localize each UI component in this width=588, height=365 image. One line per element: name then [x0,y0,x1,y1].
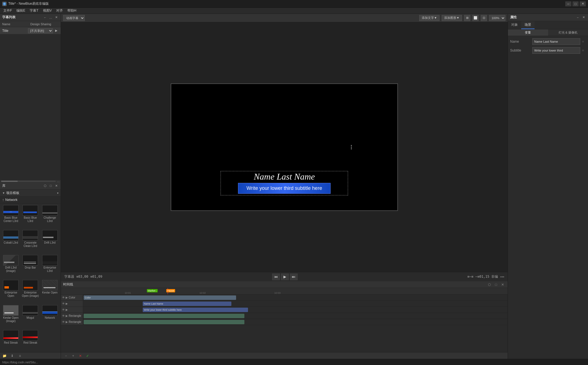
minimize-button[interactable]: ─ [565,1,571,6]
skip-forward-button[interactable]: ⏭ [290,274,298,280]
template-enterprise-open[interactable]: Enterprise Open [2,280,20,304]
grid-icon[interactable]: ⊞ [464,15,470,21]
template-label-enterprise-open: Enterprise Open [2,291,20,298]
prop-input-subtitle[interactable] [532,47,580,54]
add-text-button[interactable]: 添加文字▼ [419,15,439,21]
template-challenge[interactable]: Challenge L3rd [41,205,59,229]
right-panel-icon1[interactable]: ← [576,15,580,20]
timeline-minus-btn[interactable]: − [63,353,69,358]
template-thumb-basic-blue [22,205,38,216]
template-enterprise-open-image[interactable]: Enterprise Open (image) [21,280,39,304]
timeline-icon1[interactable]: ⬡ [487,282,492,287]
subtitle-list-icon1[interactable]: ← [43,15,47,20]
track-eye-icon3[interactable]: 👁 [62,308,65,311]
track-row-color: 👁 ▶ Color Color [61,295,508,301]
template-thumb-kevlar-open-image [3,305,19,316]
subtitle-list-scrollbar[interactable]: … [0,180,61,182]
library-list-icon[interactable]: ≡ [17,353,23,358]
design-select[interactable]: [不共享的] [28,28,53,33]
timeline-add-btn[interactable]: + [70,353,76,358]
pause-tag[interactable]: Pause [166,289,175,292]
timeline-icon2[interactable]: □ [493,282,499,287]
safe-zone-icon[interactable]: ⬜ [472,15,479,21]
template-basic-blue[interactable]: Basic Blue L3rd [21,205,39,229]
timeline-extra-dots[interactable]: ••• [500,275,504,279]
template-label-red-streak-2: Red Streak [23,341,37,344]
clip-rect2[interactable] [84,320,244,324]
subtitle-list-icon2[interactable]: … [48,15,53,20]
add-shape-label: 添加图形▼ [444,16,459,20]
track-arrow-icon[interactable]: ▶ [66,296,68,299]
library-close[interactable]: ✕ [54,183,58,188]
menu-view[interactable]: 视图V [41,8,54,14]
template-section-header[interactable]: ▼ 项目模板 ▾ [0,190,61,197]
library-import-icon[interactable]: ⬇ [9,353,15,358]
right-panel-icon2[interactable]: ✕ [581,15,586,20]
track-eye-icon5[interactable]: 👁 [62,320,65,323]
clip-name-text[interactable]: Name Last Name [143,302,231,306]
scrollbar-track [1,181,56,182]
track-name-color: Color [69,296,75,299]
skip-back-button[interactable]: ⏮ [272,274,280,280]
library-folder-icon[interactable]: 📁 [2,353,7,358]
track-arrow-icon3[interactable]: ▶ [66,308,68,311]
overlay-icon[interactable]: ⊡ [481,15,487,21]
template-drift-image[interactable]: Drift L3rd (image) [2,255,20,279]
zoom-select[interactable]: 100% [489,15,505,21]
template-cobalt[interactable]: Cobalt L3rd [2,230,20,254]
subtitle-list-row[interactable]: Title [不共享的] ▶ [0,27,61,34]
menu-subtitle[interactable]: 字幕T [27,8,40,14]
template-basic-blue-center[interactable]: ___ Basic Blue Center L3rd [2,205,20,229]
menu-align[interactable]: 对齐 [54,8,65,14]
add-shape-button[interactable]: 添加图形▼ [442,15,462,21]
clip-color[interactable]: Color [84,295,236,300]
clip-rect1[interactable] [84,314,244,318]
play-button[interactable]: ▶ [281,274,289,280]
template-mogul[interactable]: Mogul [21,305,39,329]
close-button[interactable]: ✕ [580,1,586,6]
track-eye-icon2[interactable]: 👁 [62,302,65,305]
template-red-streak-1[interactable]: Red Streak [2,330,20,351]
tab-scene[interactable]: 场景 [521,21,535,29]
template-corporate-clean[interactable]: Corporate Clean L3rd [21,230,39,254]
sub-tab-variables[interactable]: 变量 [508,29,548,36]
subtitle-list-close[interactable]: ✕ [54,15,58,20]
timeline-header: 时间线 ⬡ □ ✕ [61,281,508,288]
template-drop-bar[interactable]: Drop Bar [21,255,39,279]
template-thumb-drift-image [3,255,19,266]
subtitle-play-btn[interactable]: ▶ [54,29,58,33]
template-kevlar-open[interactable]: Kevlar Open [41,280,59,304]
template-network[interactable]: Network [41,305,59,329]
track-arrow-icon5[interactable]: ▶ [66,320,68,323]
template-enterprise[interactable]: Enterprise L3rd [41,255,59,279]
main-layout: 字幕列表 ← … ✕ Name Design Sharing Title [不共… [0,14,588,359]
drop-bar-decor [24,262,36,262]
menu-file[interactable]: 文件F [1,8,14,14]
track-eye-icon4[interactable]: 👁 [62,314,65,317]
sub-tab-lights[interactable]: 灯光 & 摄像机 [548,29,588,36]
template-red-streak-2[interactable]: Red Streak [21,330,39,351]
template-header-dropdown-icon[interactable]: ▾ [57,192,58,195]
mode-dropdown[interactable]: 动画字幕 [63,15,85,21]
library-icon2[interactable]: □ [48,183,53,188]
template-kevlar-open-image[interactable]: Kevlar Open (Image) [2,305,20,329]
breadcrumb-back-icon[interactable]: ↑ [2,198,4,202]
library-icon1[interactable]: ⬡ [43,183,47,188]
timeline-x-btn[interactable]: ✕ [78,353,83,358]
tab-object[interactable]: 对象 [508,21,521,29]
resize-handle-right[interactable] [351,145,352,149]
menu-edit[interactable]: 编辑E [14,8,27,14]
marker-tag[interactable]: Marker↓ [147,289,158,292]
clip-subtitle-text[interactable]: Write your lower third subtitle here [143,308,248,312]
maximize-button[interactable]: □ [572,1,579,6]
track-eye-icon[interactable]: 👁 [62,296,65,299]
track-controls-rect2: 👁 ▶ Rectangle [61,319,83,325]
template-drift[interactable]: Drift L3rd [41,230,59,254]
track-arrow-icon4[interactable]: ▶ [66,314,68,317]
timeline-close[interactable]: ✕ [500,282,505,287]
track-arrow-icon2[interactable]: ▶ [66,302,68,305]
menu-help[interactable]: 帮助H [65,8,79,14]
prop-input-name[interactable] [532,38,580,45]
timeline-check-btn[interactable]: ✓ [85,353,90,358]
ruler-mark-2: 10:02 [200,292,206,294]
